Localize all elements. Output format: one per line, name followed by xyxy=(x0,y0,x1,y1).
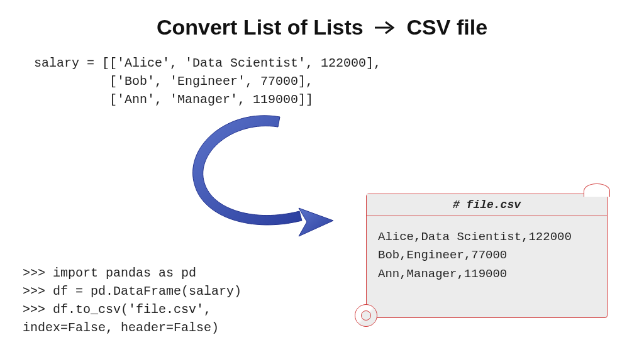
scroll-curl-bottom-icon xyxy=(355,304,377,327)
page-title: Convert List of Lists CSV file xyxy=(0,15,644,40)
scroll-curl-top-icon xyxy=(584,184,610,197)
csv-file-panel: # file.csv Alice,Data Scientist,122000 B… xyxy=(352,187,608,324)
title-right: CSV file xyxy=(407,15,487,39)
svg-marker-1 xyxy=(299,208,333,236)
csv-file-content: Alice,Data Scientist,122000 Bob,Engineer… xyxy=(378,228,601,283)
code-salary-list: salary = [['Alice', 'Data Scientist', 12… xyxy=(34,54,381,109)
code-pandas-snippet: >>> import pandas as pd >>> df = pd.Data… xyxy=(23,264,242,337)
title-left: Convert List of Lists xyxy=(157,15,364,39)
csv-file-header: # file.csv xyxy=(367,194,607,216)
curved-arrow-icon xyxy=(170,111,358,249)
arrow-right-icon xyxy=(369,15,401,40)
csv-file-body: # file.csv Alice,Data Scientist,122000 B… xyxy=(366,194,608,318)
